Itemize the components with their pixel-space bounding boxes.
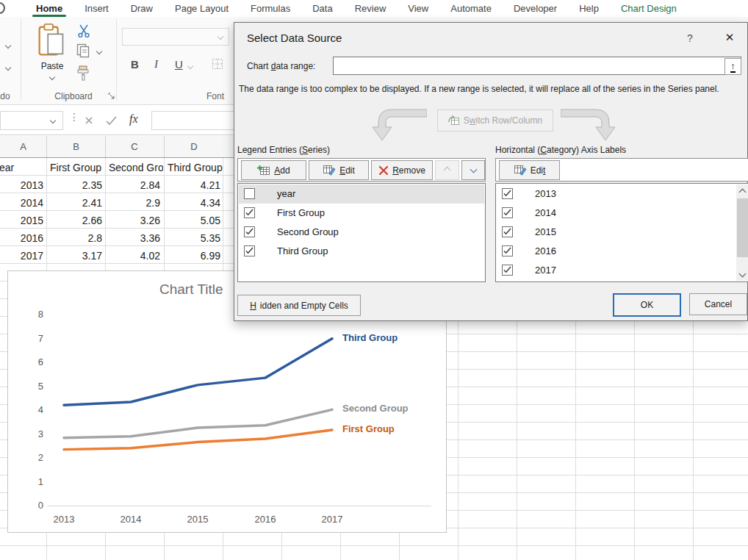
axis-label-item[interactable]: 2016 <box>497 242 748 261</box>
format-painter-icon[interactable] <box>76 65 90 82</box>
axis-label-label: 2014 <box>535 204 556 223</box>
cancel-entry-icon[interactable] <box>84 115 94 126</box>
legend-series-checkbox-checked[interactable] <box>244 207 255 218</box>
tab-formulas[interactable]: Formulas <box>242 0 298 17</box>
series-label-first-group: First Group <box>342 423 395 434</box>
axis-labels-label: Horizontal (Category) Axis Labels <box>495 145 626 155</box>
column-headers[interactable]: ABCD <box>0 136 234 158</box>
swap-arrow-right-icon <box>561 107 619 142</box>
axis-label-checkbox-checked[interactable] <box>502 265 513 276</box>
copy-dropdown-icon[interactable] <box>96 49 102 54</box>
column-header-D[interactable]: D <box>165 136 223 158</box>
collapse-dialog-icon[interactable]: ↑ <box>724 58 741 75</box>
account-icon <box>0 2 5 14</box>
underline-dropdown-icon[interactable] <box>187 63 193 69</box>
copy-icon[interactable] <box>76 43 90 58</box>
tab-developer[interactable]: Developer <box>506 0 565 17</box>
chart-data-range-label: Chart data range: <box>247 61 315 71</box>
select-data-source-dialog: Select Data Source ? ✕ Chart data range:… <box>234 22 748 321</box>
chart-data-range-input[interactable] <box>333 57 741 75</box>
drag-handle-dots[interactable]: ⋮ <box>69 111 79 123</box>
axis-labels-list[interactable]: 20132014201520162017 <box>495 183 748 282</box>
legend-series-label: First Group <box>277 204 325 223</box>
switch-row-column-label: Switch Row/Column <box>464 115 542 126</box>
cut-icon[interactable] <box>78 24 90 37</box>
chevron-down-icon <box>50 118 56 123</box>
axis-label-item[interactable]: 2014 <box>497 204 748 223</box>
column-header-B[interactable]: B <box>47 136 105 158</box>
tab-data[interactable]: Data <box>304 0 340 17</box>
close-icon[interactable]: ✕ <box>719 29 740 46</box>
chevron-down-icon <box>217 34 223 40</box>
add-button-label: Add <box>274 165 290 176</box>
hidden-and-empty-cells-button[interactable]: Hidden and Empty Cells <box>237 295 361 316</box>
axis-label-label: 2016 <box>535 242 556 261</box>
axis-label-label: 2015 <box>535 223 556 242</box>
axis-label-checkbox-checked[interactable] <box>502 245 513 256</box>
axis-edit-button-label: Edit <box>531 165 546 176</box>
axis-label-label: 2017 <box>535 261 556 280</box>
font-name-combo[interactable] <box>122 28 229 46</box>
clipboard-group-label: Clipboard <box>44 91 103 101</box>
edit-table-icon <box>514 165 527 176</box>
ok-button[interactable]: OK <box>613 293 681 317</box>
move-series-down-button[interactable] <box>461 160 485 180</box>
legend-series-checkbox-unchecked[interactable] <box>244 188 255 199</box>
switch-row-column-button[interactable]: Switch Row/Column <box>437 110 553 132</box>
series-label-second-group: Second Group <box>342 403 409 414</box>
underline-button[interactable]: U <box>175 58 183 71</box>
legend-series-label: Second Group <box>277 223 339 242</box>
name-box[interactable] <box>0 111 63 130</box>
remove-series-button[interactable]: Remove <box>371 160 433 180</box>
tab-draw[interactable]: Draw <box>123 0 161 17</box>
tab-home[interactable]: Home <box>28 0 71 17</box>
font-group-label: Font <box>206 91 224 101</box>
clipboard-icon <box>37 22 68 60</box>
axis-label-checkbox-checked[interactable] <box>502 207 513 218</box>
series-line-first-group <box>64 430 332 450</box>
axis-label-checkbox-checked[interactable] <box>502 188 513 199</box>
tab-automate[interactable]: Automate <box>442 0 500 17</box>
series-line-second-group <box>64 409 332 437</box>
remove-x-icon <box>378 165 389 176</box>
legend-series-item[interactable]: Second Group <box>239 223 484 242</box>
legend-entries-label: Legend Entries (Series) <box>237 145 330 155</box>
tab-page-layout[interactable]: Page Layout <box>167 0 237 17</box>
tab-insert[interactable]: Insert <box>76 0 117 17</box>
column-header-C[interactable]: C <box>106 136 163 158</box>
borders-icon[interactable] <box>212 58 223 70</box>
axis-label-item[interactable]: 2013 <box>497 184 748 204</box>
add-series-button[interactable]: Add <box>241 160 306 180</box>
insert-function-button[interactable]: fx <box>129 112 138 126</box>
tab-help[interactable]: Help <box>571 0 607 17</box>
clipboard-dialog-launcher-icon[interactable] <box>107 92 115 100</box>
cancel-button[interactable]: Cancel <box>689 293 747 315</box>
range-warning-text: The data range is too complex to be disp… <box>239 83 744 96</box>
help-icon[interactable]: ? <box>684 32 696 44</box>
axis-label-item[interactable]: 2015 <box>497 223 748 242</box>
series-line-third-group <box>64 339 332 405</box>
legend-series-checkbox-checked[interactable] <box>244 245 255 256</box>
axis-label-checkbox-checked[interactable] <box>502 226 513 237</box>
legend-series-list[interactable]: yearFirst GroupSecond GroupThird Group <box>237 183 486 282</box>
paste-button[interactable]: Paste <box>34 21 71 94</box>
tab-review[interactable]: Review <box>347 0 395 17</box>
legend-series-item[interactable]: First Group <box>239 204 484 223</box>
edit-series-button[interactable]: Edit <box>309 160 369 180</box>
axis-label-item[interactable]: 2017 <box>497 261 748 280</box>
legend-series-checkbox-checked[interactable] <box>244 226 255 237</box>
undo-dropdown-icon[interactable] <box>5 43 11 49</box>
column-header-A[interactable]: A <box>0 136 46 158</box>
enter-entry-icon[interactable] <box>106 116 117 125</box>
legend-series-item[interactable]: year <box>239 184 484 204</box>
redo-dropdown-icon[interactable] <box>5 65 11 71</box>
legend-series-item[interactable]: Third Group <box>239 242 484 261</box>
tab-view[interactable]: View <box>400 0 436 17</box>
tab-chart-design[interactable]: Chart Design <box>613 0 685 17</box>
italic-button[interactable]: I <box>154 58 158 71</box>
bold-button[interactable]: B <box>131 58 139 71</box>
edit-table-icon <box>323 165 336 176</box>
edit-axis-labels-button[interactable]: Edit <box>499 160 560 180</box>
move-series-up-button[interactable] <box>435 160 459 180</box>
chevron-up-icon <box>444 167 451 174</box>
